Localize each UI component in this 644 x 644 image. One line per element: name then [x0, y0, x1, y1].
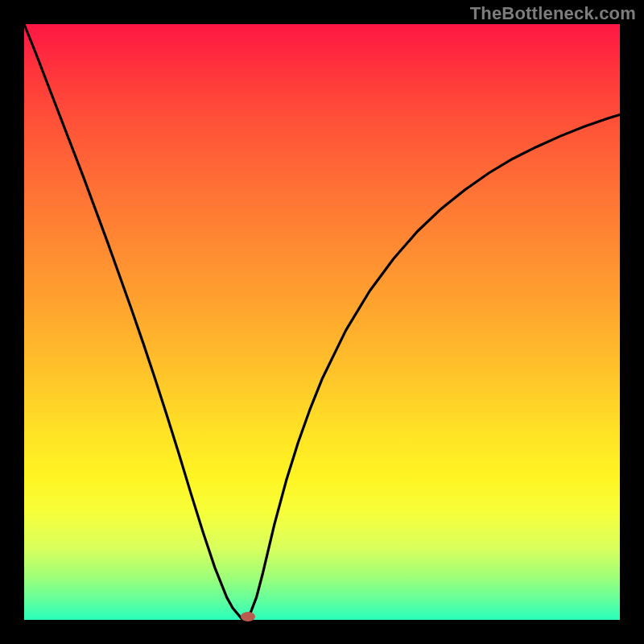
chart-frame: TheBottleneck.com	[0, 0, 644, 644]
watermark-text: TheBottleneck.com	[470, 3, 636, 24]
minimum-marker-icon	[241, 612, 255, 621]
plot-area	[24, 24, 620, 620]
bottleneck-curve-line	[24, 24, 620, 620]
curve-svg	[24, 24, 620, 620]
